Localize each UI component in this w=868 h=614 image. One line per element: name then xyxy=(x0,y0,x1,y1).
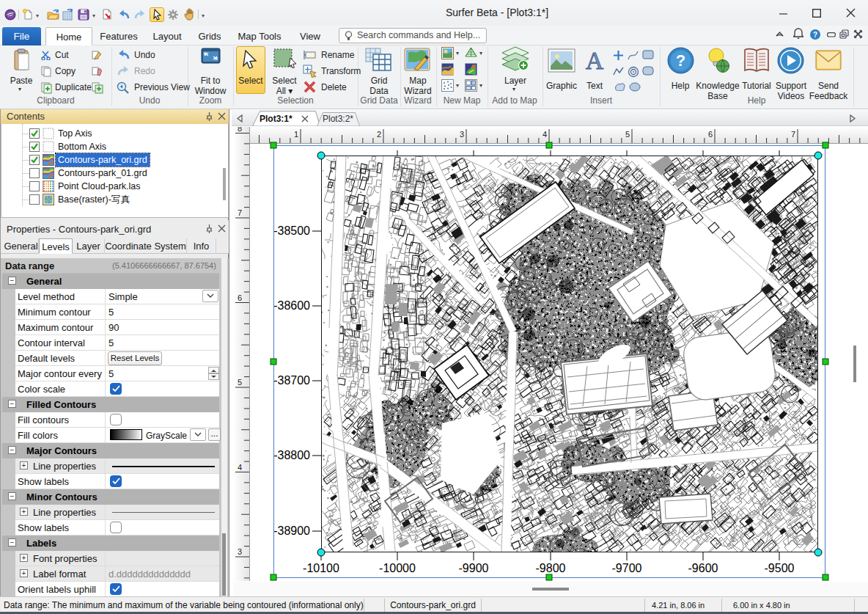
svg-text:-9700: -9700 xyxy=(612,562,642,574)
svg-text:-38500: -38500 xyxy=(273,224,310,237)
svg-text:-38700: -38700 xyxy=(273,374,310,387)
svg-text:-9800: -9800 xyxy=(536,562,566,574)
svg-text:-38900: -38900 xyxy=(273,525,310,537)
svg-text:-10100: -10100 xyxy=(303,562,339,574)
svg-text:-38600: -38600 xyxy=(273,299,310,312)
svg-text:-9900: -9900 xyxy=(459,562,489,574)
svg-text:-10000: -10000 xyxy=(379,562,416,574)
svg-text:-38800: -38800 xyxy=(273,449,310,461)
svg-text:-9600: -9600 xyxy=(688,562,718,574)
svg-text:-9500: -9500 xyxy=(765,562,795,574)
